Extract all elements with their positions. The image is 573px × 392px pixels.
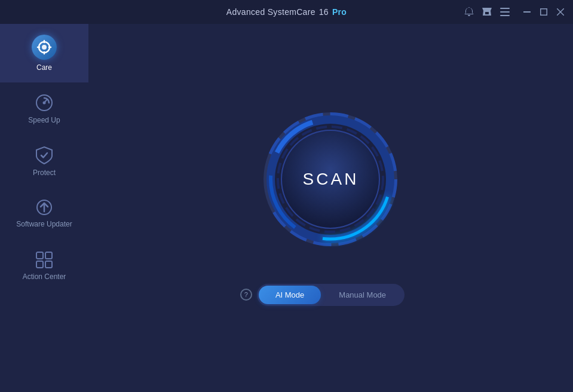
svg-rect-20	[45, 261, 52, 268]
mode-toggle: AI Mode Manual Mode	[257, 284, 405, 306]
svg-rect-3	[523, 11, 531, 13]
svg-rect-4	[541, 9, 547, 16]
sidebar-item-speed-up[interactable]: Speed Up	[0, 82, 88, 135]
ai-mode-button[interactable]: AI Mode	[259, 286, 321, 304]
minimize-button[interactable]	[522, 7, 532, 17]
title-bar: Advanced SystemCare 16 Pro	[0, 0, 573, 24]
app-version: 16	[319, 7, 329, 17]
main-content: Care Speed Up Protect	[0, 24, 573, 392]
svg-rect-19	[36, 261, 43, 268]
store-icon[interactable]	[482, 7, 492, 17]
window-controls	[522, 7, 566, 17]
sidebar-item-label-software-updater: Software Updater	[16, 220, 72, 229]
pro-badge: Pro	[332, 7, 347, 17]
svg-rect-1	[500, 11, 510, 13]
manual-mode-button[interactable]: Manual Mode	[322, 286, 403, 304]
svg-rect-2	[500, 15, 510, 16]
software-updater-icon	[35, 198, 53, 216]
notification-icon[interactable]	[464, 7, 474, 17]
sidebar-item-action-center[interactable]: Action Center	[0, 240, 88, 293]
help-symbol: ?	[244, 291, 248, 298]
protect-icon	[35, 146, 53, 165]
scan-button[interactable]: SCAN	[262, 111, 399, 248]
title-bar-center: Advanced SystemCare 16 Pro	[226, 7, 347, 17]
scan-button-wrapper[interactable]: SCAN	[262, 111, 399, 248]
svg-rect-17	[36, 252, 43, 259]
maximize-button[interactable]	[538, 7, 549, 17]
svg-line-15	[44, 99, 47, 103]
speed-up-icon	[35, 93, 54, 112]
menu-icon[interactable]	[500, 8, 510, 16]
svg-rect-18	[45, 252, 52, 259]
close-button[interactable]	[555, 7, 566, 17]
mode-toggle-wrapper: ? AI Mode Manual Mode	[257, 284, 405, 306]
care-icon	[32, 35, 57, 60]
action-center-icon	[35, 251, 53, 269]
sidebar-item-protect[interactable]: Protect	[0, 135, 88, 188]
app-name: Advanced SystemCare	[226, 7, 315, 17]
svg-rect-0	[500, 8, 510, 9]
sidebar-item-label-action-center: Action Center	[23, 272, 66, 282]
content-area: SCAN ? AI Mode Manual Mode	[88, 24, 573, 392]
sidebar-item-label-speed-up: Speed Up	[28, 116, 60, 124]
sidebar: Care Speed Up Protect	[0, 24, 88, 392]
svg-point-8	[42, 45, 47, 50]
title-bar-right	[347, 7, 566, 17]
scan-label: SCAN	[303, 170, 359, 189]
sidebar-item-software-updater[interactable]: Software Updater	[0, 188, 88, 240]
sidebar-item-label-protect: Protect	[33, 169, 56, 177]
sidebar-item-care[interactable]: Care	[0, 24, 88, 82]
help-icon[interactable]: ?	[240, 289, 252, 301]
sidebar-item-label-care: Care	[36, 63, 52, 72]
scan-container: SCAN ? AI Mode Manual Mode	[257, 111, 405, 306]
